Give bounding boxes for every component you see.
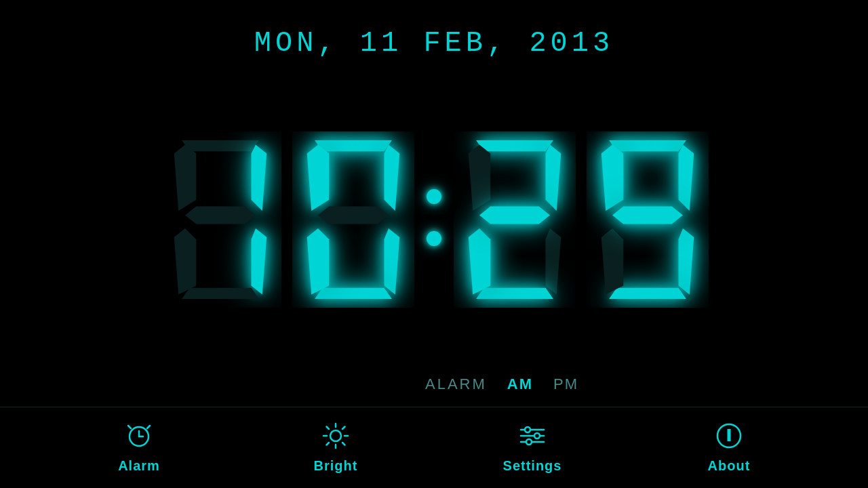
svg-marker-0 <box>182 140 259 151</box>
time-colon <box>427 189 441 246</box>
svg-marker-4 <box>174 228 197 295</box>
svg-marker-23 <box>679 228 694 295</box>
time-labels: ALARM AM PM <box>425 375 578 393</box>
nav-about[interactable]: i About <box>682 422 776 474</box>
svg-marker-25 <box>601 228 624 295</box>
bottom-navigation: Alarm Bright <box>0 407 868 488</box>
svg-point-43 <box>525 427 530 432</box>
alarm-icon <box>125 422 153 454</box>
svg-line-40 <box>342 427 345 430</box>
digit-2 <box>292 131 414 310</box>
clock-display <box>154 46 714 396</box>
digit-3 <box>454 131 576 310</box>
digit-1 <box>159 131 281 310</box>
about-nav-label: About <box>708 458 751 474</box>
bright-nav-label: Bright <box>314 458 358 474</box>
svg-marker-21 <box>609 140 686 151</box>
svg-marker-27 <box>612 207 683 224</box>
svg-line-31 <box>128 426 131 428</box>
svg-marker-10 <box>315 288 392 299</box>
nav-alarm[interactable]: Alarm <box>92 422 186 474</box>
svg-point-45 <box>534 433 540 439</box>
svg-marker-14 <box>476 140 553 151</box>
svg-marker-12 <box>307 145 330 211</box>
settings-nav-label: Settings <box>503 458 562 474</box>
svg-marker-19 <box>469 145 491 211</box>
alarm-nav-label: Alarm <box>118 458 160 474</box>
svg-marker-15 <box>546 145 561 211</box>
nav-settings[interactable]: Settings <box>485 422 580 474</box>
svg-marker-20 <box>479 207 550 224</box>
about-icon: i <box>715 422 743 454</box>
svg-marker-2 <box>252 228 267 295</box>
svg-marker-22 <box>679 145 694 211</box>
bright-icon <box>321 422 350 454</box>
svg-marker-16 <box>546 228 561 295</box>
svg-marker-13 <box>318 207 389 224</box>
svg-marker-7 <box>315 140 392 151</box>
am-label[interactable]: AM <box>507 375 533 393</box>
svg-line-38 <box>327 427 330 430</box>
svg-marker-9 <box>384 228 400 295</box>
svg-marker-6 <box>185 207 256 224</box>
nav-bright[interactable]: Bright <box>288 422 383 474</box>
svg-line-32 <box>147 426 150 428</box>
svg-marker-1 <box>252 145 267 211</box>
svg-point-47 <box>526 439 532 445</box>
svg-marker-17 <box>476 288 553 299</box>
svg-marker-8 <box>384 145 400 211</box>
digit-4 <box>587 131 709 310</box>
alarm-label: ALARM <box>425 375 487 393</box>
svg-point-33 <box>330 430 341 441</box>
svg-marker-5 <box>174 145 197 211</box>
svg-line-39 <box>342 443 345 445</box>
svg-text:i: i <box>727 427 731 444</box>
settings-icon <box>518 422 547 454</box>
pm-label[interactable]: PM <box>553 375 578 393</box>
svg-marker-18 <box>469 228 491 295</box>
svg-marker-3 <box>182 288 259 299</box>
svg-marker-24 <box>609 288 686 299</box>
svg-marker-11 <box>307 228 330 295</box>
svg-line-41 <box>327 443 330 445</box>
svg-marker-26 <box>601 145 624 211</box>
